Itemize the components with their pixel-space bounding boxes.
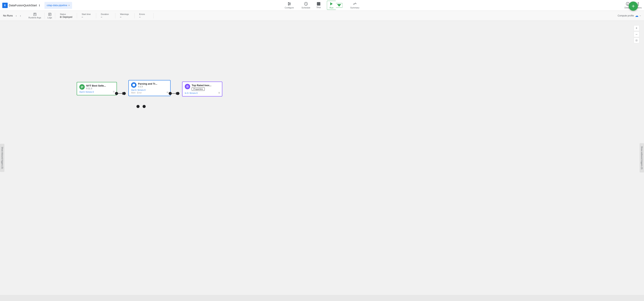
start-time-label: Start time <box>82 13 91 15</box>
prev-run-button[interactable]: ‹ <box>14 14 18 18</box>
node-top-rated[interactable]: Top Rated Inex... Properties In 0 / Erro… <box>182 82 222 96</box>
duration-value: – <box>101 16 102 18</box>
logo-icon: E <box>2 3 8 8</box>
zoom-controls: + – ⊡ <box>634 25 640 43</box>
status-label: Status <box>60 13 66 15</box>
summary-button[interactable]: Summary <box>349 1 361 9</box>
app-title: DataFusionQuickStart <box>9 4 37 7</box>
compute-profile-section: Compute profile ☁ – <box>618 13 641 18</box>
next-run-button[interactable]: › <box>18 14 22 18</box>
summary-label: Summary <box>350 6 360 9</box>
svg-rect-26 <box>81 86 84 87</box>
run-button[interactable]: Run <box>327 1 336 10</box>
start-time-value: – <box>82 16 83 18</box>
node-nyt-best-seller[interactable]: NYT Best Selle... 0.11.3 Out 0 / Errors … <box>77 82 117 95</box>
error-label: Error <box>137 91 142 94</box>
sink-icon <box>185 84 190 89</box>
errors-section: Errors – <box>134 13 154 18</box>
node-nyt-version: 0.11.3 <box>86 87 106 90</box>
svg-point-17 <box>34 13 35 14</box>
svg-point-32 <box>187 86 188 87</box>
configure-label: Configure <box>284 6 294 9</box>
node-parse-alerts: Alert Error <box>131 91 168 94</box>
errors-value: – <box>139 16 140 18</box>
logo-area: E DataFusionQuickStart ℹ <box>2 3 40 8</box>
node-nyt-title: NYT Best Selle... <box>86 84 106 87</box>
svg-point-5 <box>288 4 289 5</box>
properties-button[interactable]: Properties <box>192 87 205 91</box>
runtime-args-label: Runtime Args <box>28 16 41 19</box>
svg-marker-7 <box>330 2 333 5</box>
svg-point-12 <box>638 2 639 3</box>
logs-button[interactable]: Logs <box>44 13 56 19</box>
node-parse-info: Parsing and Tr... 3.2.3 <box>138 82 157 88</box>
svg-point-11 <box>628 4 628 5</box>
stop-icon <box>317 2 320 5</box>
no-runs-label: No Runs <box>3 14 13 17</box>
compute-profile-label: Compute profile <box>618 14 634 17</box>
node-nyt-header: NYT Best Selle... 0.11.3 <box>79 84 114 90</box>
node-sink-info: Top Rated Inex... Properties <box>192 84 212 91</box>
schedule-button[interactable]: Schedule <box>300 1 312 9</box>
zoom-in-button[interactable]: + <box>634 25 640 31</box>
center-toolbar: Configure Schedule Stop Run Summary <box>283 0 361 10</box>
svg-rect-25 <box>81 86 84 86</box>
node-nyt-menu-icon[interactable]: ≡ <box>113 90 114 93</box>
error-dot <box>142 105 146 108</box>
node-sink-stats: In 0 / Errors 0 <box>185 92 220 94</box>
node-nyt-info: NYT Best Selle... 0.11.3 <box>86 84 106 90</box>
fit-view-button[interactable]: ⊡ <box>634 37 640 43</box>
compute-profile-dash: – <box>640 14 641 17</box>
stop-label: Stop <box>316 6 321 8</box>
node-sink-menu-icon[interactable]: ≡ <box>218 91 220 95</box>
fab-button[interactable]: + <box>629 1 638 11</box>
status-bar: No Runs ‹ › Runtime Args Logs Status Dep… <box>0 11 644 21</box>
svg-point-14 <box>638 5 639 5</box>
svg-point-4 <box>290 3 290 4</box>
cloud-icon: ☁ <box>635 13 638 18</box>
node-sink-title: Top Rated Inex... <box>192 84 212 87</box>
connection-dot-1 <box>115 92 118 95</box>
svg-marker-8 <box>337 4 341 6</box>
pipeline-tab[interactable]: cdap-data-pipeline + <box>44 2 72 9</box>
runtime-args-button[interactable]: Runtime Args <box>26 13 44 19</box>
logs-label: Logs <box>48 16 52 19</box>
svg-rect-27 <box>81 87 84 88</box>
duration-section: Duration – <box>96 13 116 18</box>
run-dropdown-button[interactable] <box>336 3 343 8</box>
connection-dot-3 <box>169 92 172 95</box>
alert-dot <box>136 105 140 108</box>
pipeline-tab-label: cdap-data-pipeline <box>47 4 67 7</box>
nav-arrows: ‹ › <box>14 14 22 18</box>
outbound-triggers-button[interactable]: Show outbound triggers (0) <box>640 143 644 173</box>
svg-point-13 <box>638 4 639 4</box>
zoom-out-button[interactable]: – <box>634 31 640 37</box>
status-section: Status Deployed <box>55 13 77 18</box>
warnings-section: Warnings – <box>116 13 134 18</box>
start-time-section: Start time – <box>77 13 96 18</box>
outbound-triggers-label: Show outbound triggers (0) <box>641 146 643 169</box>
node-sink-header: Top Rated Inex... Properties <box>185 84 220 91</box>
node-parse-header: Parsing and Tr... 3.2.3 <box>131 82 168 88</box>
duration-label: Duration <box>101 13 109 15</box>
run-label: Run <box>330 6 333 9</box>
node-parse-menu-icon[interactable]: ≡ <box>166 91 168 94</box>
connection-arrows <box>0 21 644 295</box>
pipeline-canvas: NYT Best Selle... 0.11.3 Out 0 / Errors … <box>0 21 644 295</box>
inbound-triggers-button[interactable]: Show inbound triggers (0) <box>0 144 4 172</box>
node-nyt-stats: Out 0 / Errors 0 <box>79 91 114 93</box>
errors-label: Errors <box>139 13 145 15</box>
deployed-dot-icon <box>60 16 62 18</box>
node-parse-version: 3.2.3 <box>138 85 157 88</box>
node-parsing-transform[interactable]: Parsing and Tr... 3.2.3 Out 0 / Errors 0… <box>128 80 170 96</box>
transform-icon <box>131 82 136 88</box>
connection-dot-4 <box>176 92 180 95</box>
svg-point-3 <box>288 2 289 3</box>
run-button-group: Run <box>326 0 344 10</box>
info-icon[interactable]: ℹ <box>39 4 40 7</box>
bottom-scrollbar <box>0 295 644 301</box>
pipeline-tab-close-icon[interactable]: + <box>68 4 70 7</box>
node-parse-title: Parsing and Tr... <box>138 82 157 85</box>
stop-button[interactable]: Stop <box>316 2 321 8</box>
configure-button[interactable]: Configure <box>283 1 295 9</box>
